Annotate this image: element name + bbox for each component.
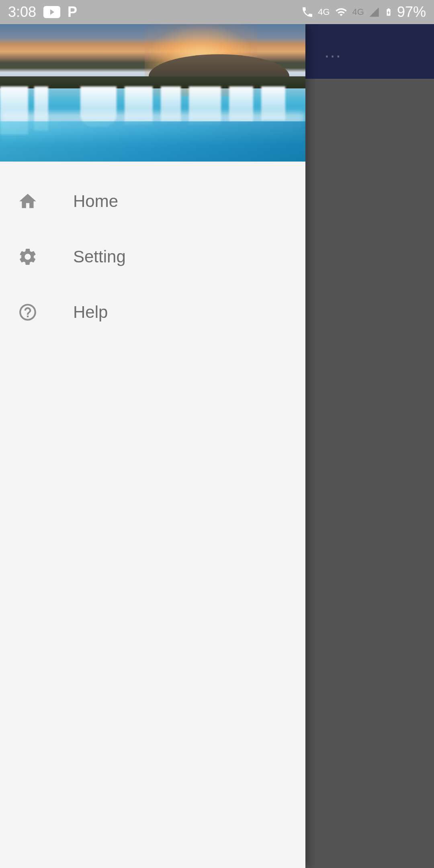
- drawer-header-image: [0, 24, 305, 162]
- status-left-group: 3:08 P: [8, 4, 77, 20]
- signal-icon: [368, 6, 380, 18]
- help-icon: [18, 302, 38, 322]
- drawer-menu: Home Setting Help: [0, 162, 305, 340]
- home-icon: [18, 191, 38, 211]
- status-time: 3:08: [8, 4, 36, 20]
- battery-percent: 97%: [397, 4, 426, 20]
- app-p-icon: P: [68, 4, 77, 20]
- status-right-group: 4G 4G 97%: [301, 4, 426, 20]
- menu-label-help: Help: [73, 303, 108, 322]
- battery-charging-icon: [384, 5, 393, 19]
- youtube-icon: [43, 6, 60, 18]
- settings-icon: [18, 247, 38, 267]
- navigation-drawer: Home Setting Help: [0, 24, 305, 868]
- network-4g-label-2: 4G: [352, 7, 364, 17]
- status-bar: 3:08 P 4G 4G 97%: [0, 0, 434, 24]
- wifi-icon: [334, 6, 348, 18]
- menu-label-home: Home: [73, 192, 118, 211]
- phone-icon: [301, 6, 314, 18]
- menu-label-setting: Setting: [73, 247, 126, 266]
- menu-item-home[interactable]: Home: [0, 174, 305, 229]
- menu-item-help[interactable]: Help: [0, 285, 305, 340]
- network-4g-label-1: 4G: [318, 7, 330, 17]
- menu-item-setting[interactable]: Setting: [0, 229, 305, 285]
